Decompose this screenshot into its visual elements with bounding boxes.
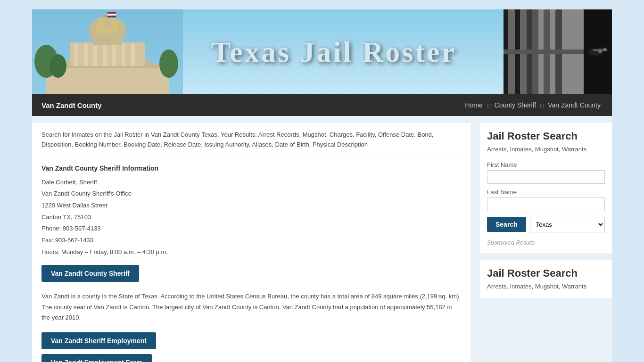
svg-rect-19: [107, 14, 116, 16]
content-area: Search for Inmates on the Jail Roster in…: [32, 123, 471, 362]
employment-button[interactable]: Van Zandt Sheriff Employment: [41, 332, 156, 349]
sheriff-line-3: 1220 West Dallas Street: [41, 200, 461, 212]
first-name-input[interactable]: [487, 170, 605, 184]
svg-rect-9: [112, 43, 116, 66]
search-row: Search Texas: [487, 217, 605, 232]
sheriff-line-5: Phone: 903-567-4133: [41, 223, 461, 235]
sidebar: Jail Roster Search Arrests, Inmates, Mug…: [480, 123, 612, 362]
widget1-subtitle: Arrests, Inmates, Mugshot, Warrants: [487, 145, 605, 154]
sheriff-button[interactable]: Van Zandt County Sheriff: [41, 265, 139, 282]
nav-sep-2: ◻: [540, 102, 544, 108]
site-title: Texas Jail Roster: [164, 36, 504, 68]
svg-rect-8: [103, 43, 107, 66]
jail-bars-image: [504, 9, 612, 94]
sheriff-line-1: Dale Corbett, Sheriff: [41, 177, 461, 189]
state-select[interactable]: Texas: [530, 217, 605, 232]
svg-rect-37: [593, 49, 607, 51]
nav-sep-1: ◻: [487, 102, 491, 108]
first-name-label: First Name: [487, 161, 605, 168]
svg-rect-7: [93, 43, 97, 66]
nav-home-link[interactable]: Home: [463, 101, 484, 109]
svg-rect-10: [122, 43, 125, 66]
svg-rect-11: [131, 43, 135, 66]
svg-rect-20: [107, 16, 116, 17]
nav-county-link[interactable]: Van Zandt County: [546, 101, 603, 109]
header-banner: Texas Jail Roster: [32, 9, 612, 94]
widget1-title: Jail Roster Search: [487, 130, 605, 142]
employment-buttons: Van Zandt Sheriff Employment Van Zandt E…: [41, 332, 461, 362]
sidebar-widget-2: Jail Roster Search Arrests, Inmates, Mug…: [480, 260, 612, 298]
svg-point-23: [50, 54, 66, 78]
nav-sheriff-link[interactable]: County Sheriff: [493, 101, 538, 109]
nav-links: Home ◻ County Sheriff ◻ Van Zandt County: [463, 101, 603, 109]
widget2-subtitle: Arrests, Inmates, Mugshot, Warrants: [487, 282, 605, 291]
employment-form-button[interactable]: Van Zandt Employment Form: [41, 354, 152, 362]
sheriff-line-2: Van Zandt County Sheriff's Office: [41, 188, 461, 200]
sheriff-line-4: Canton TX, 75103: [41, 212, 461, 223]
widget2-title: Jail Roster Search: [487, 267, 605, 280]
county-description: Van Zandt is a county in the State of Te…: [41, 291, 461, 322]
sheriff-info-title: Van Zandt County Sheriff Information: [41, 165, 461, 172]
last-name-group: Last Name: [487, 189, 605, 211]
nav-county-title: Van Zandt County: [41, 101, 102, 109]
nav-bar: Van Zandt County Home ◻ County Sheriff ◻…: [32, 94, 612, 116]
last-name-label: Last Name: [487, 189, 605, 196]
page-description: Search for Inmates on the Jail Roster in…: [41, 130, 461, 157]
sheriff-info-block: Dale Corbett, Sheriff Van Zandt County S…: [41, 177, 461, 258]
capitol-image: [32, 9, 183, 94]
svg-rect-15: [105, 16, 110, 26]
main-container: Search for Inmates on the Jail Roster in…: [32, 116, 612, 362]
svg-rect-6: [84, 43, 88, 66]
last-name-input[interactable]: [487, 197, 605, 211]
first-name-group: First Name: [487, 161, 605, 184]
svg-rect-5: [74, 43, 78, 66]
sidebar-widget-1: Jail Roster Search Arrests, Inmates, Mug…: [480, 123, 612, 253]
header-title-container: Texas Jail Roster: [164, 36, 504, 68]
sponsored-label: Sponsored Results: [487, 239, 605, 246]
sheriff-line-7: Hours: Monday – Friday, 8:00 a.m. – 4:30…: [41, 247, 461, 258]
search-button[interactable]: Search: [487, 217, 526, 232]
sheriff-line-6: Fax: 903-567-1433: [41, 235, 461, 247]
